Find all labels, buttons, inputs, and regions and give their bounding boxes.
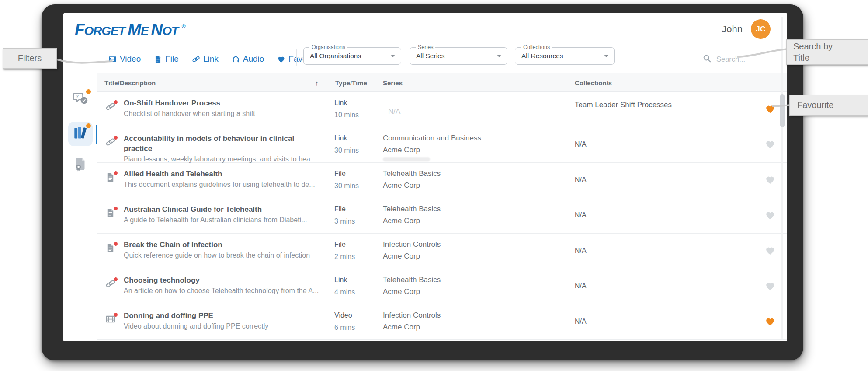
series-name: Acme Corp <box>383 286 441 298</box>
resource-description: A guide to Telehealth for Australian cli… <box>124 215 323 224</box>
resource-title: On-Shift Handover Process <box>124 98 323 108</box>
search-placeholder: Search... <box>716 55 745 63</box>
filter-file-button[interactable]: File <box>154 54 179 64</box>
file-icon <box>105 172 117 184</box>
search-icon <box>703 54 711 64</box>
collections-cell: N/A <box>575 176 587 184</box>
column-header-series[interactable]: Series <box>383 79 403 86</box>
sidebar-item-certificates[interactable] <box>72 157 89 174</box>
resource-type: File <box>334 241 346 248</box>
callout-filters-label: Filters <box>18 53 42 63</box>
resource-title: Accountability in models of behaviour in… <box>124 133 323 154</box>
table-row[interactable]: Choosing technology An article on how to… <box>97 269 787 304</box>
sort-ascending-icon[interactable]: ↑ <box>315 79 319 86</box>
scrollbar-thumb[interactable] <box>780 94 785 127</box>
filter-label: Video <box>120 54 141 64</box>
new-indicator-dot <box>114 242 118 246</box>
filter-audio-button[interactable]: Audio <box>232 54 264 64</box>
resource-description: An article on how to choose Telehealth t… <box>124 286 323 295</box>
table-row[interactable]: Donning and doffing PPE Video about donn… <box>97 304 787 340</box>
title-description-cell: Accountability in models of behaviour in… <box>124 133 323 164</box>
resource-description: Piano lessons, weekly laboratory meeting… <box>124 154 323 164</box>
search-input[interactable]: Search... <box>703 45 745 73</box>
library-books-icon <box>73 126 88 142</box>
content-area: Video File Link Audio Favourite Organisa… <box>97 45 787 341</box>
series-name: Acme Corp <box>383 321 441 333</box>
series-cell: Telehealth BasicsAcme Corp <box>383 274 441 298</box>
chevron-down-icon <box>391 55 395 57</box>
favourite-heart-icon[interactable] <box>765 139 775 150</box>
scrollbar-track[interactable] <box>781 17 783 339</box>
series-cell: Communication and BusinessAcme Corp <box>383 132 481 161</box>
link-icon <box>105 102 117 113</box>
favourite-heart-icon[interactable] <box>765 316 775 327</box>
collections-cell: N/A <box>575 247 587 255</box>
filter-link-button[interactable]: Link <box>192 54 219 64</box>
callout-filters: Filters <box>3 48 57 69</box>
series-name: Acme Corp <box>383 179 441 191</box>
dropdown-label: Collections <box>521 44 552 50</box>
favourite-heart-icon[interactable] <box>765 245 775 256</box>
favourite-heart-icon[interactable] <box>765 281 775 291</box>
resource-title: Choosing technology <box>124 275 323 285</box>
filter-video-button[interactable]: Video <box>108 54 141 64</box>
callout-favourite-label: Favourite <box>797 100 833 110</box>
resource-description: Checklist of handover when starting a sh… <box>124 109 323 118</box>
chevron-down-icon <box>497 55 501 57</box>
resource-description: Quick reference guide on how to break th… <box>124 251 323 260</box>
column-header-collections[interactable]: Collection/s <box>575 79 612 86</box>
filter-bar: Video File Link Audio Favourite Organisa… <box>97 45 787 73</box>
dropdown-value: All Organisations <box>310 52 361 60</box>
resource-type: File <box>334 205 346 213</box>
svg-text:?: ? <box>76 94 79 99</box>
collections-cell: N/A <box>575 211 587 219</box>
resource-type: File <box>334 170 346 178</box>
user-box: John JC <box>722 13 771 45</box>
logo-word: FORGET <box>75 21 125 37</box>
favourite-heart-icon[interactable] <box>765 175 775 185</box>
resource-type: Link <box>334 276 347 284</box>
chat-question-icon: ? <box>73 92 88 108</box>
resource-time: 2 mins <box>334 253 355 261</box>
series-cell: Telehealth BasicsAcme Corp <box>383 203 441 227</box>
registered-mark: ® <box>182 23 186 29</box>
title-description-cell: Australian Clinical Guide for Telehealth… <box>124 204 323 224</box>
resource-time: 10 mins <box>334 111 359 119</box>
filter-label: File <box>165 54 179 64</box>
video-icon <box>108 55 117 63</box>
new-indicator-dot <box>114 206 118 210</box>
collections-cell: N/A <box>575 282 587 290</box>
dropdown-series[interactable]: Series All Series <box>410 47 507 65</box>
forget-me-not-logo: FORGETMENOT® <box>75 21 186 37</box>
column-header-type-time[interactable]: Type/Time <box>335 79 367 86</box>
favourite-heart-icon[interactable] <box>765 104 775 114</box>
resource-title: Donning and doffing PPE <box>124 311 323 321</box>
sidebar-item-messages[interactable]: ? <box>72 91 89 108</box>
dropdown-organisations[interactable]: Organisations All Organisations <box>303 47 401 65</box>
series-cell: N/A <box>383 97 400 117</box>
resource-title: Australian Clinical Guide for Telehealth <box>124 204 323 214</box>
table-row[interactable]: Break the Chain of Infection Quick refer… <box>97 234 787 269</box>
table-row[interactable]: Australian Clinical Guide for Telehealth… <box>97 198 787 234</box>
favourite-heart-icon[interactable] <box>765 210 775 220</box>
link-icon <box>192 55 200 63</box>
table-row[interactable]: Accountability in models of behaviour in… <box>97 127 787 163</box>
new-indicator-dot <box>114 313 118 317</box>
logo-word: NOT <box>151 21 178 37</box>
avatar[interactable]: JC <box>751 19 771 39</box>
resource-type: Video <box>334 312 352 319</box>
dropdown-collections[interactable]: Collections All Resources <box>515 47 615 65</box>
table-row[interactable]: On-Shift Handover Process Checklist of h… <box>97 92 787 127</box>
callout-search-by-title: Search by Title <box>786 39 868 65</box>
top-bar: FORGETMENOT® John JC <box>63 13 787 46</box>
resource-type: Link <box>334 99 347 107</box>
new-indicator-dot <box>114 171 118 175</box>
dropdown-label: Series <box>416 44 435 50</box>
table-row[interactable]: Allied Health and Telehealth This docume… <box>97 163 787 198</box>
series-name: Telehealth Basics <box>383 168 441 179</box>
column-header-title-description[interactable]: Title/Description <box>104 79 156 86</box>
resource-type: Link <box>334 134 347 142</box>
resource-time: 4 mins <box>334 288 355 296</box>
new-indicator-dot <box>114 277 118 281</box>
sidebar-item-library[interactable] <box>72 125 89 143</box>
